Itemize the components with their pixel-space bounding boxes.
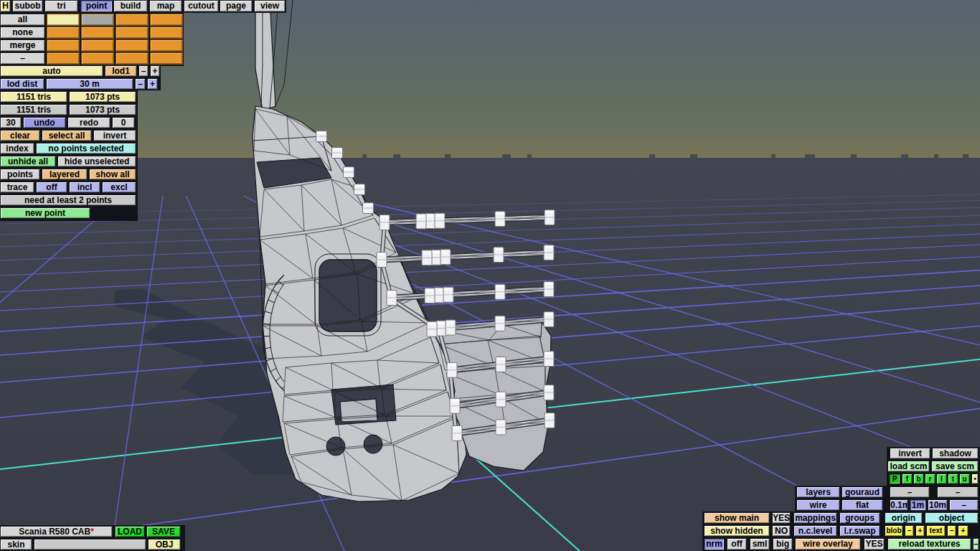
tab-page[interactable]: page (220, 0, 253, 12)
lod-auto-button[interactable]: auto (0, 65, 103, 77)
subob-cell-r1c3[interactable] (150, 27, 183, 39)
nc-level-button[interactable]: n.c.level (793, 525, 837, 537)
grid-01m-button[interactable]: 0.1m (890, 499, 908, 511)
trace-incl-button[interactable]: incl (69, 182, 100, 193)
shadow-button[interactable]: shadow (932, 448, 979, 459)
subob-minus-button[interactable]: – (0, 52, 45, 65)
tab-build[interactable]: build (113, 0, 148, 12)
subob-cell-r1c0[interactable] (47, 27, 80, 39)
text-button[interactable]: text (926, 525, 946, 537)
proj-r-button[interactable]: r (925, 474, 936, 484)
reload-minus-button[interactable]: – (973, 538, 979, 550)
layers-minus2-button[interactable]: – (937, 486, 979, 498)
object-button[interactable]: object (925, 512, 979, 524)
save-button[interactable]: SAVE (146, 526, 181, 537)
lod-dist-minus-button[interactable]: – (135, 78, 146, 90)
lod1-button[interactable]: lod1 (105, 65, 137, 77)
subob-cell-r2c3[interactable] (150, 39, 183, 52)
subob-cell-r3c0[interactable] (47, 52, 80, 65)
proj-dot-button[interactable]: • (971, 474, 979, 484)
blob-button[interactable]: blob (885, 525, 903, 537)
lod-dist-label[interactable]: lod dist (0, 78, 44, 90)
subob-merge-button[interactable]: merge (0, 39, 45, 52)
layers-minus1-button[interactable]: – (890, 486, 930, 498)
lod-plus-button[interactable]: + (150, 65, 160, 77)
load-button[interactable]: LOAD (115, 526, 145, 537)
text-minus-button[interactable]: – (947, 525, 956, 537)
tab-map[interactable]: map (149, 0, 182, 12)
blob-minus-button[interactable]: – (905, 525, 914, 537)
invert-button[interactable]: invert (890, 448, 930, 459)
hide-unselected-button[interactable]: hide unselected (57, 156, 136, 167)
mappings-button[interactable]: mappings (793, 512, 837, 524)
nrm-button[interactable]: nrm (704, 538, 725, 550)
tab-subob[interactable]: subob (12, 0, 43, 12)
reload-textures-button[interactable]: reload textures (887, 538, 971, 550)
nrm-off-button[interactable]: off (727, 538, 747, 550)
subob-cell-r1c2[interactable] (116, 27, 149, 39)
subob-cell-r0c0[interactable] (47, 14, 80, 26)
tab-point[interactable]: point (80, 0, 113, 12)
show-main-button[interactable]: show main (704, 512, 770, 524)
subob-cell-r1c1[interactable] (81, 27, 114, 39)
blob-plus-button[interactable]: + (915, 525, 925, 537)
layers-button[interactable]: layers (796, 486, 840, 498)
subob-cell-r0c1[interactable] (81, 14, 114, 26)
unhide-all-button[interactable]: unhide all (0, 156, 56, 167)
origin-button[interactable]: origin (885, 512, 923, 524)
subob-cell-r3c3[interactable] (150, 52, 183, 65)
trace-button[interactable]: trace (0, 182, 34, 193)
subob-cell-r2c1[interactable] (81, 39, 114, 52)
proj-u-button[interactable]: u (959, 474, 970, 484)
skin-button[interactable]: skin (0, 539, 32, 550)
nrm-sml-button[interactable]: sml (750, 538, 770, 550)
tab-view[interactable]: view (254, 0, 286, 12)
lr-swap-button[interactable]: l.r.swap (839, 525, 880, 537)
file-name-button[interactable]: Scania R580 CAB* (0, 526, 113, 537)
grid-10m-button[interactable]: 10m (928, 499, 948, 511)
subob-cell-r3c1[interactable] (81, 52, 114, 65)
wire-overlay-value[interactable]: YES (864, 538, 885, 550)
index-button[interactable]: index (0, 143, 34, 154)
tab-h[interactable]: H (0, 0, 11, 12)
text-plus-button[interactable]: + (958, 525, 969, 537)
skin-path-field[interactable] (34, 539, 146, 550)
grid-minus-button[interactable]: – (949, 499, 979, 511)
lod-dist-plus-button[interactable]: + (147, 78, 158, 90)
tab-cutout[interactable]: cutout (184, 0, 219, 12)
subob-cell-r0c2[interactable] (116, 14, 149, 26)
show-all-button[interactable]: show all (89, 169, 136, 180)
wire-overlay-button[interactable]: wire overlay (795, 538, 861, 550)
invert-selection-button[interactable]: invert (93, 130, 136, 141)
subob-cell-r3c2[interactable] (116, 52, 149, 65)
groups-button[interactable]: groups (839, 512, 880, 524)
layered-button[interactable]: layered (42, 169, 88, 180)
subob-all-button[interactable]: all (0, 14, 45, 26)
subob-cell-r0c3[interactable] (150, 14, 183, 26)
points-mode-button[interactable]: points (0, 169, 40, 180)
wire-button[interactable]: wire (796, 499, 840, 511)
clear-button[interactable]: clear (0, 130, 40, 141)
show-hidden-button[interactable]: show hidden (704, 525, 770, 537)
show-hidden-value[interactable]: NO (772, 525, 791, 537)
proj-t-button[interactable]: t (948, 474, 958, 484)
proj-p-button[interactable]: P (889, 474, 900, 484)
select-all-button[interactable]: select all (42, 130, 92, 141)
undo-button[interactable]: undo (23, 117, 66, 128)
grid-1m-button[interactable]: 1m (910, 499, 926, 511)
show-main-value[interactable]: YES (772, 512, 791, 524)
gouraud-button[interactable]: gouraud (842, 486, 883, 498)
tab-tri[interactable]: tri (44, 0, 78, 12)
obj-export-button[interactable]: OBJ (148, 539, 181, 550)
subob-none-button[interactable]: none (0, 27, 45, 39)
nrm-big-button[interactable]: big (773, 538, 793, 550)
proj-f-button[interactable]: f (902, 474, 913, 484)
trace-off-button[interactable]: off (36, 182, 67, 193)
flat-button[interactable]: flat (842, 499, 883, 511)
proj-b-button[interactable]: b (913, 474, 924, 484)
save-scm-button[interactable]: save scm (931, 461, 979, 472)
new-point-button[interactable]: new point (0, 207, 90, 219)
lod-dist-value[interactable]: 30 m (46, 78, 133, 90)
proj-l-button[interactable]: l (936, 474, 947, 484)
load-scm-button[interactable]: load scm (887, 461, 930, 472)
